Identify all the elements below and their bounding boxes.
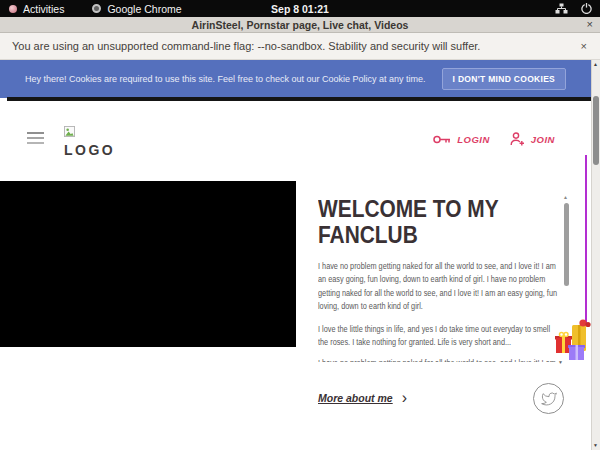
- header-actions: LOGIN JOIN: [433, 132, 555, 146]
- key-icon: [433, 134, 451, 145]
- power-icon[interactable]: [581, 3, 592, 14]
- scroll-up-icon[interactable]: ▲: [563, 194, 568, 200]
- browser-scrollbar-thumb[interactable]: [593, 96, 599, 165]
- twitter-button[interactable]: [533, 383, 564, 414]
- gift-boxes-icon[interactable]: [553, 318, 597, 368]
- video-player[interactable]: [0, 181, 296, 347]
- broken-image-icon: [64, 126, 75, 137]
- twitter-icon: [541, 391, 557, 407]
- welcome-panel: WELCOME TO MY FANCLUB I have no problem …: [318, 196, 562, 404]
- site-logo[interactable]: LOGO: [64, 123, 115, 158]
- more-about-me-link[interactable]: More about me: [318, 392, 393, 404]
- scroll-down-icon[interactable]: ▼: [593, 442, 598, 448]
- about-paragraph-clipped: I have no problem getting naked for all …: [318, 356, 562, 362]
- more-about-row: More about me ›: [318, 392, 562, 404]
- system-top-bar: Activities Google Chrome Sep 8 01:21: [0, 0, 600, 17]
- person-add-icon: [510, 132, 525, 146]
- clipped-paragraph-wrap: I have no problem getting naked for all …: [318, 356, 562, 362]
- about-paragraph: I have no problem getting naked for all …: [318, 259, 562, 313]
- hamburger-menu-icon[interactable]: [27, 132, 44, 147]
- panel-scrollbar-thumb[interactable]: [564, 203, 569, 286]
- window-title: AirinSteel, Pornstar page, Live chat, Vi…: [192, 19, 409, 31]
- about-paragraph: I love the little things in life, and ye…: [318, 322, 562, 349]
- clock[interactable]: Sep 8 01:21: [0, 3, 600, 15]
- gift-string-decoration: [585, 155, 587, 325]
- login-button[interactable]: LOGIN: [433, 134, 490, 145]
- network-icon[interactable]: [555, 3, 568, 14]
- accept-cookies-button[interactable]: I DON'T MIND COOKIES: [442, 68, 566, 90]
- join-label: JOIN: [531, 134, 555, 145]
- logo-text: LOGO: [64, 142, 115, 158]
- screen: Activities Google Chrome Sep 8 01:21 Air…: [0, 0, 600, 450]
- cookie-message: Hey there! Cookies are required to use t…: [25, 74, 426, 84]
- page-title: WELCOME TO MY FANCLUB: [318, 196, 520, 248]
- chevron-right-icon: ›: [402, 393, 407, 403]
- system-tray: [555, 0, 592, 17]
- browser-scrollbar[interactable]: ▲ ▼: [591, 60, 600, 450]
- window-title-bar: AirinSteel, Pornstar page, Live chat, Vi…: [0, 17, 600, 33]
- login-label: LOGIN: [457, 134, 490, 145]
- join-button[interactable]: JOIN: [510, 132, 555, 146]
- flag-warning-bar: You are using an unsupported command-lin…: [0, 33, 600, 60]
- close-icon[interactable]: ×: [581, 40, 587, 52]
- close-icon[interactable]: ×: [587, 18, 593, 30]
- cookie-banner: Hey there! Cookies are required to use t…: [0, 60, 591, 98]
- cookie-banner-edge: [7, 97, 591, 101]
- scroll-up-icon[interactable]: ▲: [593, 61, 598, 67]
- flag-warning-message: You are using an unsupported command-lin…: [12, 40, 480, 52]
